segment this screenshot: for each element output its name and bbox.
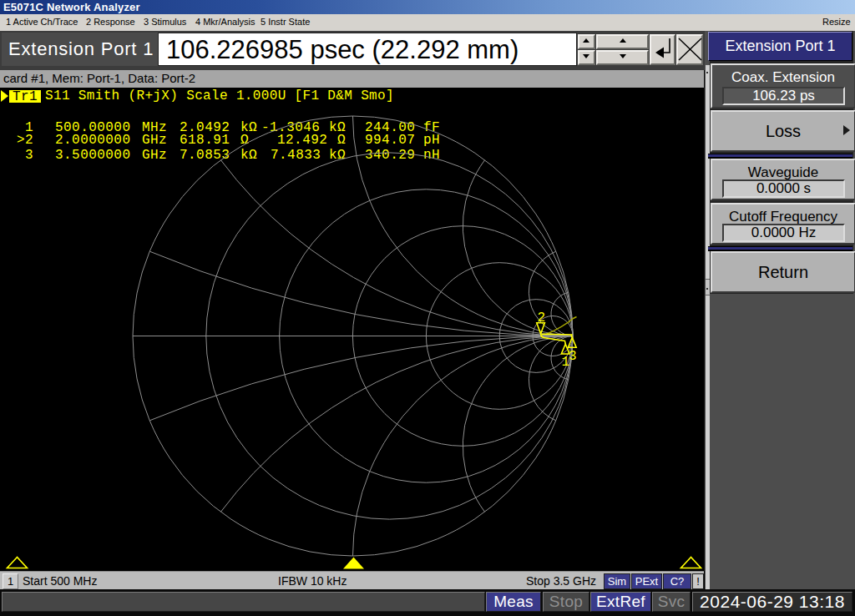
svg-text:3: 3: [569, 349, 577, 364]
svg-text:2: 2: [538, 311, 546, 326]
